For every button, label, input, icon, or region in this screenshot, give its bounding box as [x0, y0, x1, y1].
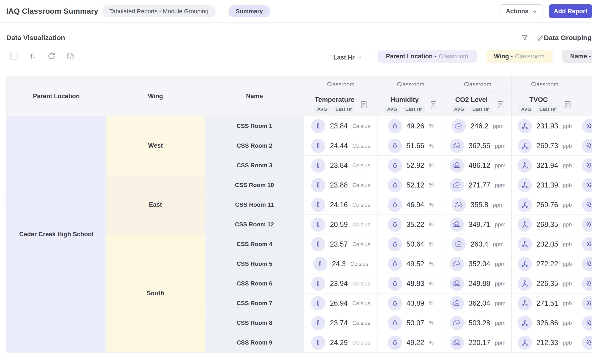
metric-value: 52.92 [407, 161, 424, 170]
table-row: Cedar Creek High SchoolWestCSS Room 123.… [7, 116, 592, 136]
metric-unit: Celsius [352, 320, 371, 326]
metric-unit: ppb [563, 261, 572, 267]
svg-text:CO₂: CO₂ [455, 263, 459, 265]
metric-cell-tvoc: 271.51ppb [512, 293, 578, 313]
metric-cell-partial [578, 136, 592, 156]
metric-unit: ppb [563, 339, 572, 346]
molecule-icon [521, 221, 529, 228]
funnel-filter-icon [521, 34, 529, 42]
time-range-dropdown[interactable]: Last Hr [333, 52, 362, 63]
thermometer-icon [315, 320, 322, 326]
grouping-chip-parent-location[interactable]: Parent Location -Classroom [378, 50, 477, 63]
room-name-cell: CSS Room 4 [205, 234, 304, 254]
co2-cloud-icon: CO₂ [452, 162, 462, 169]
metric-cell-tvoc: 232.05ppb [512, 234, 578, 254]
metric-cell-partial [578, 156, 592, 175]
droplet-icon [391, 319, 398, 327]
clipboard-icon [497, 100, 504, 109]
thermometer-icon [315, 280, 322, 287]
actions-button[interactable]: Actions [500, 4, 543, 18]
metric-value: 326.86 [536, 319, 558, 327]
pm-dots-icon [585, 221, 592, 228]
metric-cell-partial [578, 175, 592, 195]
parent-location-cell: Cedar Creek High School [7, 116, 106, 352]
metric-value: 48.83 [407, 280, 424, 288]
filter-button[interactable] [520, 33, 530, 43]
droplet-icon [391, 260, 398, 268]
metric-cell-temperature: 23.74Celsius [304, 313, 378, 333]
sort-button[interactable] [27, 51, 38, 61]
group-header-classroom: Classroom [512, 76, 578, 93]
group-header-classroom: Classroom [378, 76, 444, 93]
metric-unit: ppm [495, 280, 506, 287]
metric-header-humidity[interactable]: HumidityAVGLast Hr [378, 93, 444, 116]
data-table-wrap: Parent LocationWingNameClassroomClassroo… [7, 76, 592, 352]
svg-text:CO₂: CO₂ [455, 283, 459, 285]
palette-button[interactable] [65, 51, 76, 61]
drawer-handle[interactable] [0, 194, 5, 204]
clipboard-icon [360, 100, 367, 109]
molecule-icon [521, 260, 529, 268]
metric-header-temperature[interactable]: TemperatureAVGLast Hr [304, 93, 378, 116]
metric-value: 246.2 [470, 122, 488, 130]
add-report-button[interactable]: Add Report [549, 4, 592, 18]
metric-value: 20.59 [330, 221, 348, 229]
data-table: Parent LocationWingNameClassroomClassroo… [7, 76, 592, 352]
metric-value: 349.71 [468, 221, 490, 229]
metric-cell-tvoc: 269.76ppb [512, 195, 578, 215]
column-header-wing: Wing [106, 76, 205, 116]
clipboard-button[interactable] [360, 100, 367, 109]
clipboard-button[interactable] [564, 100, 571, 109]
svg-text:CO₂: CO₂ [455, 145, 459, 147]
metric-cell-humidity: 46.94% [378, 195, 444, 215]
room-name-cell: CSS Room 5 [205, 254, 304, 274]
metric-value: 260.4 [470, 240, 488, 248]
droplet-icon [391, 240, 398, 248]
clipboard-button[interactable] [497, 100, 504, 109]
molecule-icon [521, 142, 529, 150]
thermometer-icon [315, 241, 322, 248]
pm-dots-icon [585, 162, 592, 169]
report-type-chip[interactable]: Tabulated Reports - Module Grouping [102, 5, 216, 17]
summary-tab-chip[interactable]: Summary [228, 5, 270, 17]
metric-unit: ppm [495, 143, 506, 149]
thermometer-icon [315, 300, 322, 307]
metric-value: 321.94 [536, 161, 558, 170]
room-name-cell: CSS Room 3 [205, 156, 304, 175]
metric-unit: Celsius [352, 123, 371, 129]
clipboard-icon [564, 100, 571, 109]
metric-cell-tvoc: 226.35ppb [512, 274, 578, 293]
clipboard-button[interactable] [430, 100, 437, 109]
metric-value: 249.88 [468, 280, 490, 288]
wing-cell-west: West [106, 116, 205, 175]
droplet-icon [391, 221, 398, 228]
metric-value: 23.57 [330, 240, 348, 248]
molecule-icon [521, 339, 529, 347]
co2-cloud-icon: CO₂ [452, 280, 462, 287]
metric-header-tvoc[interactable]: TVOCAVGLast Hr [512, 93, 578, 116]
metric-cell-temperature: 24.29Celsius [304, 333, 378, 352]
metric-value: 23.84 [330, 161, 348, 170]
metric-cell-tvoc: 326.86ppb [512, 313, 578, 333]
pm-dots-icon [585, 123, 592, 130]
metric-header-co2-level[interactable]: CO2 LevelAVGLast Hr [444, 93, 512, 116]
grouping-chip-field: Name - [570, 53, 591, 60]
columns-button[interactable] [9, 51, 19, 61]
grouping-chip-name[interactable]: Name -Classroom [562, 50, 592, 63]
room-name-cell: CSS Room 1 [205, 116, 304, 136]
group-header-classroom: Classroom [444, 76, 512, 93]
grouping-chip-wing[interactable]: Wing -Classroom [486, 50, 553, 63]
metric-value: 51.66 [407, 142, 424, 150]
svg-text:CO₂: CO₂ [457, 125, 461, 128]
metric-unit: ppm [495, 162, 506, 169]
metric-cell-humidity: 49.26% [378, 116, 444, 136]
metric-value: 26.94 [330, 299, 348, 307]
refresh-button[interactable] [46, 51, 57, 61]
metric-badge: AVG [384, 105, 400, 113]
time-range-label: Last Hr [333, 54, 355, 61]
metric-header-partial [578, 93, 592, 116]
metric-cell-partial [578, 234, 592, 254]
svg-text:CO₂: CO₂ [457, 243, 461, 246]
co2-cloud-icon: CO₂ [452, 182, 462, 189]
metric-cell-co2-level: CO₂486.12ppm [444, 156, 512, 175]
